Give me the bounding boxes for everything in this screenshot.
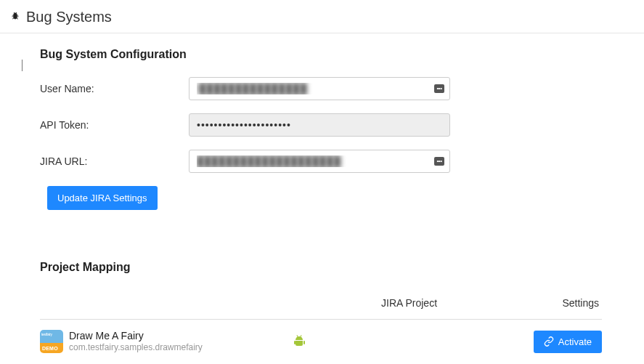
label-api-token: API Token: (40, 119, 189, 131)
page-header: Bug Systems (0, 0, 644, 33)
col-jira-project: JIRA Project (381, 297, 512, 309)
app-text: Draw Me A Fairy com.testfairy.samples.dr… (69, 330, 203, 352)
username-input-wrap: ••• (189, 77, 450, 100)
api-token-input[interactable] (189, 113, 450, 137)
autofill-indicator-icon[interactable]: ••• (434, 157, 444, 166)
link-icon (544, 336, 554, 347)
content: Bug System Configuration User Name: ••• … (0, 33, 644, 356)
mapping-table-header: JIRA Project Settings (40, 290, 602, 320)
activate-label: Activate (558, 336, 592, 347)
config-section-title: Bug System Configuration (40, 48, 644, 61)
mapping-section-title: Project Mapping (40, 261, 644, 274)
username-input[interactable] (189, 77, 450, 100)
jira-url-input[interactable] (189, 150, 450, 173)
table-row: Draw Me A Fairy com.testfairy.samples.dr… (40, 320, 602, 356)
row-jira-url: JIRA URL: ••• (40, 150, 644, 173)
jira-url-input-wrap: ••• (189, 150, 450, 173)
app-id: com.testfairy.samples.drawmefairy (69, 342, 203, 352)
row-api-token: API Token: (40, 113, 644, 137)
col-settings: Settings (512, 297, 602, 309)
label-jira-url: JIRA URL: (40, 155, 189, 167)
update-jira-settings-button[interactable]: Update JIRA Settings (47, 186, 158, 210)
label-username: User Name: (40, 83, 189, 94)
text-cursor (22, 60, 23, 71)
api-token-input-wrap (189, 113, 450, 137)
action-cell: Activate (505, 331, 602, 353)
page-title: Bug Systems (26, 9, 112, 25)
project-mapping-section: Project Mapping JIRA Project Settings Dr… (40, 261, 644, 356)
autofill-indicator-icon[interactable]: ••• (434, 84, 444, 93)
app-name: Draw Me A Fairy (69, 330, 203, 342)
activate-button[interactable]: Activate (534, 331, 602, 353)
platform-cell (294, 336, 396, 347)
app-cell: Draw Me A Fairy com.testfairy.samples.dr… (40, 330, 294, 353)
app-icon (40, 330, 63, 353)
row-username: User Name: ••• (40, 77, 644, 100)
android-icon (294, 336, 304, 347)
bug-icon (10, 11, 20, 23)
